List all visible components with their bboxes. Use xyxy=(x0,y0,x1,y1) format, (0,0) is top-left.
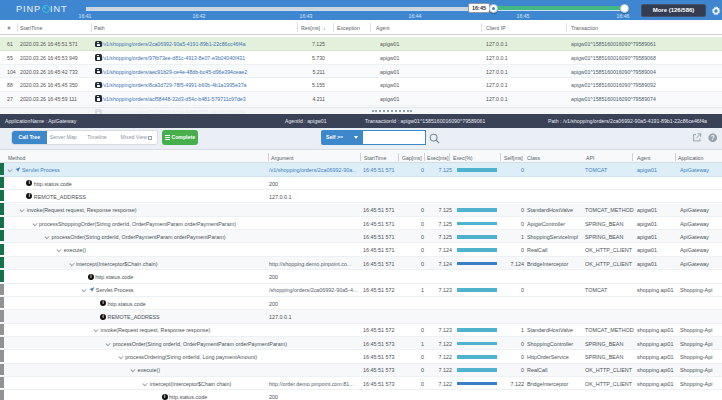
svg-text:?: ? xyxy=(710,133,714,140)
